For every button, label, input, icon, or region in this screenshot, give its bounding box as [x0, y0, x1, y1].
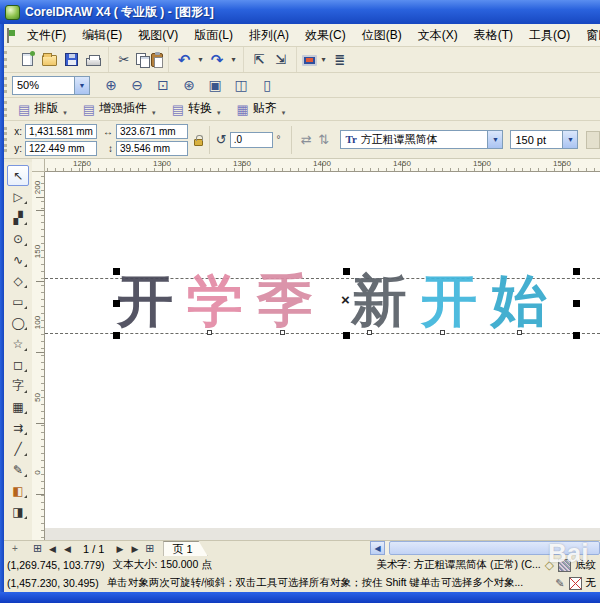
interactive-fill-tool-button[interactable]: ◨	[7, 501, 29, 522]
basic-shapes-tool-button[interactable]: ◻	[7, 354, 29, 375]
pick-tool-button[interactable]: ↖	[7, 165, 29, 186]
zoom-out-button[interactable]: ⊖	[126, 75, 148, 95]
menu-item-effects[interactable]: 效果(C)	[297, 25, 354, 46]
menu-item-view[interactable]: 视图(V)	[130, 25, 186, 46]
selection-handle[interactable]	[573, 332, 580, 339]
menu-item-edit[interactable]: 编辑(E)	[74, 25, 130, 46]
zoom-to-page-button[interactable]: ▣	[204, 75, 226, 95]
redo-button[interactable]: ↷	[207, 50, 227, 70]
ellipse-tool-button[interactable]: ◯	[7, 312, 29, 333]
zoom-to-all-objects-button[interactable]: ⊛	[178, 75, 200, 95]
first-page-button[interactable]: ◀	[45, 542, 60, 556]
plugins-toolbar-button[interactable]: ▤ 增强插件 ▾	[77, 100, 166, 119]
page-tab[interactable]: 页 1	[163, 541, 207, 556]
selection-center-marker[interactable]: ×	[341, 294, 350, 306]
add-page-before-button[interactable]: ⊞	[30, 542, 45, 556]
zoom-in-button[interactable]: ⊕	[100, 75, 122, 95]
character-node[interactable]	[440, 330, 445, 335]
application-launcher-button[interactable]	[302, 55, 317, 66]
zoom-to-page-height-button[interactable]: ▯	[256, 75, 278, 95]
selection-handle[interactable]	[113, 332, 120, 339]
selection-handle[interactable]	[343, 268, 350, 275]
fill-tool-button[interactable]: ◧	[7, 480, 29, 501]
menu-item-text[interactable]: 文本(X)	[410, 25, 466, 46]
mirror-horizontal-button[interactable]: ⇄	[298, 131, 315, 149]
selection-handle[interactable]	[113, 268, 120, 275]
character-node[interactable]	[517, 330, 522, 335]
selection-handle[interactable]	[573, 300, 580, 307]
convert-toolbar-button[interactable]: ▤ 转换 ▾	[166, 100, 231, 119]
last-page-button[interactable]: ▶	[127, 542, 142, 556]
selection-handle[interactable]	[573, 268, 580, 275]
object-width-input[interactable]: 323.671 mm	[116, 124, 188, 139]
shape-tool-button[interactable]: ▷	[7, 186, 29, 207]
save-button[interactable]	[61, 50, 81, 70]
selection-handle[interactable]	[343, 332, 350, 339]
add-page-after-button[interactable]: ⊞	[142, 542, 157, 556]
flyout-arrow-icon[interactable]: ▾	[63, 109, 67, 117]
paste-button[interactable]	[151, 53, 163, 67]
redo-dropdown[interactable]: ▾	[229, 50, 238, 70]
artistic-text-object[interactable]: 开学季新开始	[117, 272, 561, 332]
chevron-down-icon[interactable]: ▼	[487, 131, 502, 148]
menu-item-window[interactable]: 窗口(W)	[578, 25, 600, 46]
next-page-button[interactable]: ▶	[112, 542, 127, 556]
object-height-input[interactable]: 39.546 mm	[116, 141, 188, 156]
clipped-toolbar-button[interactable]	[586, 131, 600, 149]
application-launcher-dropdown[interactable]: ▾	[319, 50, 328, 70]
chevron-down-icon[interactable]: ▼	[562, 131, 577, 148]
import-button[interactable]: ⇱	[249, 50, 269, 70]
flyout-arrow-icon[interactable]: ▾	[152, 109, 156, 117]
typesetting-toolbar-button[interactable]: ▤ 排版 ▾	[12, 100, 77, 119]
open-button[interactable]	[39, 50, 59, 70]
character-node[interactable]	[280, 330, 285, 335]
export-button[interactable]: ⇲	[271, 50, 291, 70]
toolbar-drag-handle[interactable]	[4, 101, 7, 116]
toolbar-drag-handle[interactable]	[4, 77, 7, 94]
zoom-to-selection-button[interactable]: ⊡	[152, 75, 174, 95]
toolbar-drag-handle[interactable]	[4, 127, 7, 153]
flyout-arrow-icon[interactable]: ▾	[282, 109, 286, 117]
rotation-angle-input[interactable]: .0	[230, 132, 273, 148]
object-y-input[interactable]: 122.449 mm	[25, 141, 97, 156]
zoom-level-combo[interactable]: 50% ▼	[12, 76, 90, 95]
zoom-to-page-width-button[interactable]: ◫	[230, 75, 252, 95]
undo-dropdown[interactable]: ▾	[196, 50, 205, 70]
print-button[interactable]	[83, 50, 103, 70]
menu-item-tools[interactable]: 工具(O)	[521, 25, 578, 46]
menu-item-bitmaps[interactable]: 位图(B)	[354, 25, 410, 46]
menu-item-arrange[interactable]: 排列(A)	[241, 25, 297, 46]
outline-pen-tool-button[interactable]: ✎	[7, 459, 29, 480]
object-x-input[interactable]: 1,431.581 mm	[25, 124, 97, 139]
zoom-tool-button[interactable]: ⊙	[7, 228, 29, 249]
copy-button[interactable]	[136, 53, 149, 66]
character-node[interactable]	[367, 330, 372, 335]
snap-toolbar-button[interactable]: ▦ 贴齐 ▾	[230, 100, 295, 119]
scroll-left-button[interactable]: ◀	[370, 541, 385, 555]
polygon-tool-button[interactable]: ☆	[7, 333, 29, 354]
lock-ratio-icon[interactable]	[194, 139, 203, 146]
previous-page-button[interactable]: ◀	[60, 542, 75, 556]
table-tool-button[interactable]: ▦	[7, 396, 29, 417]
flyout-arrow-icon[interactable]: ▾	[217, 109, 221, 117]
drawing-canvas[interactable]: 开学季新开始 ×	[45, 172, 600, 540]
toolbar-drag-handle[interactable]	[4, 51, 7, 69]
selection-handle[interactable]	[113, 300, 120, 307]
freehand-tool-button[interactable]: ∿	[7, 249, 29, 270]
font-list-combo[interactable]: Tr方正粗谭黑简体 ▼	[340, 130, 503, 149]
character-node[interactable]	[207, 330, 212, 335]
menu-item-file[interactable]: 文件(F)	[19, 25, 74, 46]
eyedropper-tool-button[interactable]: ╱	[7, 438, 29, 459]
rectangle-tool-button[interactable]: ▭	[7, 291, 29, 312]
font-size-combo[interactable]: 150 pt ▼	[510, 130, 578, 149]
crop-tool-button[interactable]: ▞	[7, 207, 29, 228]
cut-button[interactable]: ✂	[114, 50, 134, 70]
menu-item-table[interactable]: 表格(T)	[466, 25, 521, 46]
document-navigator-icon[interactable]: +	[0, 543, 30, 554]
new-document-button[interactable]	[17, 50, 37, 70]
undo-button[interactable]: ↶	[174, 50, 194, 70]
text-tool-button[interactable]: 字	[7, 375, 29, 396]
blend-tool-button[interactable]: ⇉	[7, 417, 29, 438]
chevron-down-icon[interactable]: ▼	[74, 77, 89, 94]
options-button[interactable]: ≣	[330, 50, 350, 70]
